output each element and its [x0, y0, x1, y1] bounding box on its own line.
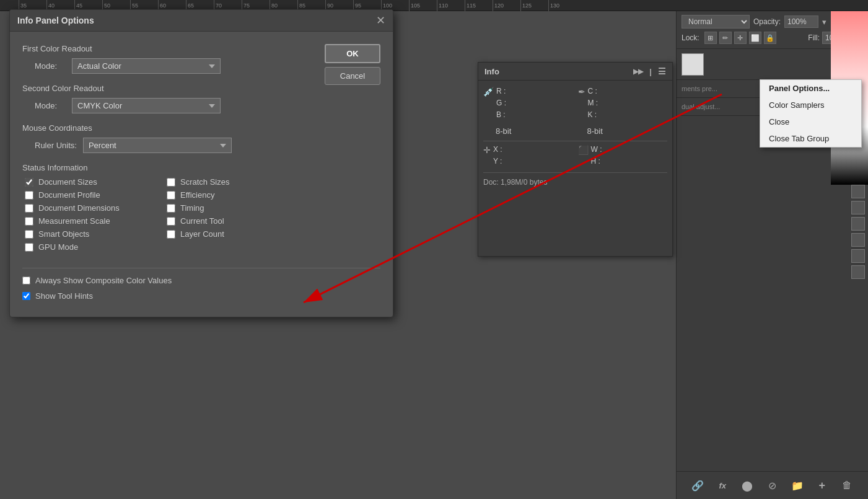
lock-brush-btn[interactable]: ✏	[719, 32, 732, 44]
delete-layer-icon-btn[interactable]: 🗑	[838, 477, 856, 494]
opacity-input[interactable]	[784, 15, 818, 28]
lock-move-btn[interactable]: ✛	[734, 32, 747, 44]
show-tool-hints-checkbox[interactable]: Show Tool Hints	[22, 291, 380, 301]
checkbox-efficiency-label: Efficiency	[180, 190, 214, 200]
checkbox-current-tool-label: Current Tool	[180, 216, 224, 226]
opacity-chevron-icon[interactable]: ▾	[822, 17, 826, 27]
ruler-mark: 120	[493, 0, 520, 11]
info-y: Y :	[493, 156, 502, 167]
info-c: C :	[588, 86, 598, 97]
layer-thumbnail	[682, 53, 704, 76]
info-coord-row: ✛ X : Y : ⬛ W : H :	[483, 144, 667, 167]
layers-footer: 🔗 fx ⬤ ⊘ 📁 + 🗑	[677, 471, 868, 499]
adjustment-icon-btn[interactable]: ⊘	[764, 477, 781, 494]
checkbox-document-sizes-input[interactable]	[25, 178, 33, 187]
info-k: K :	[588, 109, 598, 121]
ok-button[interactable]: OK	[325, 44, 380, 63]
checkbox-scratch-sizes[interactable]: Scratch Sizes	[167, 177, 302, 187]
info-wh-vals: W : H :	[591, 144, 602, 167]
info-cmyk-col: ✒ C : M : K :	[578, 86, 668, 121]
mode1-select[interactable]: Actual Color RGB Color CMYK Color Web Co…	[72, 58, 221, 74]
ruler-mark: 130	[548, 0, 576, 11]
checkbox-timing[interactable]: Timing	[167, 203, 302, 213]
context-menu-item-close-tab-group[interactable]: Close Tab Group	[760, 130, 861, 147]
checkbox-document-dimensions[interactable]: Document Dimensions	[25, 203, 160, 213]
checkbox-document-profile-input[interactable]	[25, 191, 33, 200]
checkbox-smart-objects-input[interactable]	[25, 230, 33, 239]
info-bit-row: 8-bit 8-bit	[483, 126, 667, 136]
checkbox-gpu-mode-input[interactable]	[25, 243, 33, 252]
lock-frame-btn[interactable]: ⬜	[749, 32, 761, 44]
checkbox-current-tool[interactable]: Current Tool	[167, 216, 302, 226]
thumb-item	[851, 201, 865, 214]
cancel-button[interactable]: Cancel	[325, 67, 380, 85]
checkbox-efficiency-input[interactable]	[167, 191, 175, 200]
checkbox-timing-input[interactable]	[167, 204, 175, 213]
checkbox-layer-count-input[interactable]	[167, 230, 175, 239]
checkbox-efficiency[interactable]: Efficiency	[167, 190, 302, 200]
show-tool-hints-label: Show Tool Hints	[35, 291, 93, 301]
checkbox-layer-count-label: Layer Count	[180, 229, 224, 239]
checkbox-measurement-scale[interactable]: Measurement Scale	[25, 216, 160, 226]
info-menu-icon[interactable]: ☰	[658, 66, 666, 76]
checkbox-document-dimensions-label: Document Dimensions	[38, 203, 120, 213]
checkbox-scratch-sizes-input[interactable]	[167, 178, 175, 187]
lock-checkerboard-btn[interactable]: ⊞	[704, 32, 717, 44]
checkbox-document-sizes[interactable]: Document Sizes	[25, 177, 160, 187]
blend-mode-select[interactable]: Normal	[682, 15, 750, 29]
dialog-title: Info Panel Options	[17, 15, 94, 25]
always-show-composite-checkbox[interactable]: Always Show Composite Color Values	[22, 276, 380, 285]
fx-icon-btn[interactable]: fx	[714, 477, 731, 494]
ruler-label: Ruler Units:	[35, 141, 77, 150]
info-w: W :	[591, 144, 602, 156]
always-show-composite-input[interactable]	[22, 276, 30, 285]
context-menu-item-panel-options[interactable]: Panel Options...	[760, 80, 861, 97]
second-color-mode-row: Mode: Actual Color RGB Color CMYK Color …	[22, 98, 302, 113]
checkbox-measurement-scale-input[interactable]	[25, 217, 33, 226]
checkbox-layer-count[interactable]: Layer Count	[167, 229, 302, 239]
link-icon-btn[interactable]: 🔗	[689, 477, 706, 494]
info-m: M :	[588, 97, 598, 109]
ruler-mark: 110	[437, 0, 465, 11]
thumb-item	[851, 217, 865, 231]
info-x: X :	[493, 144, 502, 156]
checkbox-document-profile[interactable]: Document Profile	[25, 190, 160, 200]
checkbox-gpu-mode[interactable]: GPU Mode	[25, 242, 160, 252]
checkbox-smart-objects[interactable]: Smart Objects	[25, 229, 160, 239]
checkbox-smart-objects-label: Smart Objects	[38, 229, 89, 239]
selection-icon: ⬛	[578, 145, 589, 155]
new-layer-icon-btn[interactable]: +	[813, 477, 831, 494]
dialog-left-section: First Color Readout Mode: Actual Color R…	[22, 44, 302, 260]
info-wh-col: ⬛ W : H :	[578, 144, 668, 167]
checkbox-scratch-sizes-label: Scratch Sizes	[180, 177, 229, 187]
info-divider	[483, 141, 667, 141]
checkbox-timing-label: Timing	[180, 203, 204, 213]
dialog-close-button[interactable]: ✕	[376, 15, 385, 26]
checkbox-current-tool-input[interactable]	[167, 217, 175, 226]
dialog-divider	[22, 268, 380, 268]
mode2-select[interactable]: Actual Color RGB Color CMYK Color Web Co…	[72, 98, 221, 113]
first-color-section-label: First Color Readout	[22, 44, 302, 53]
dialog-buttons: OK Cancel	[325, 44, 380, 260]
info-panel-options-dialog: Info Panel Options ✕ First Color Readout…	[9, 9, 393, 317]
folder-icon-btn[interactable]: 📁	[789, 477, 806, 494]
fill-label: Fill:	[808, 33, 820, 42]
info-separator: |	[649, 67, 652, 76]
always-show-composite-label: Always Show Composite Color Values	[35, 276, 172, 285]
info-rgb-col: 💉 R : G : B :	[483, 86, 573, 121]
info-expand-icon[interactable]: ▶▶	[633, 68, 643, 76]
show-tool-hints-input[interactable]	[22, 292, 30, 300]
info-rgb-vals: R : G : B :	[496, 86, 506, 121]
ruler-units-select[interactable]: Pixels Inches Centimeters Millimeters Po…	[83, 138, 232, 153]
checkbox-measurement-scale-label: Measurement Scale	[38, 216, 110, 226]
context-menu-item-close[interactable]: Close	[760, 113, 861, 130]
lock-label: Lock:	[682, 33, 699, 42]
checkbox-document-profile-label: Document Profile	[38, 190, 100, 200]
opacity-label: Opacity:	[753, 17, 781, 26]
mask-icon-btn[interactable]: ⬤	[739, 477, 756, 494]
checkbox-document-dimensions-input[interactable]	[25, 204, 33, 213]
context-menu-item-color-samplers[interactable]: Color Samplers	[760, 97, 861, 113]
thumb-item	[851, 265, 865, 279]
lock-all-btn[interactable]: 🔒	[764, 32, 776, 44]
mode2-label: Mode:	[35, 101, 66, 110]
